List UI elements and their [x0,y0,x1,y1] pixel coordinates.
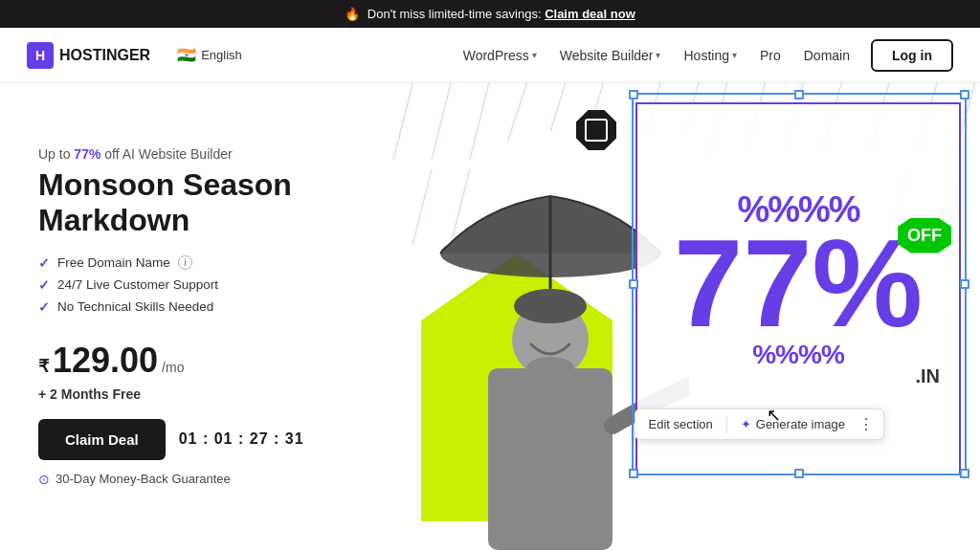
sparkle-icon: ✦ [741,417,751,431]
feature-2: ✓ 24/7 Live Customer Support [38,277,325,293]
nav-wordpress[interactable]: WordPress ▾ [454,42,546,69]
toolbar-more-button[interactable]: ⋮ [858,415,874,433]
check-icon: ✓ [38,299,50,315]
dot-in-label: .IN [915,365,940,387]
price-area: ₹ 129.00 /mo [38,341,325,381]
subtitle: Up to 77% off AI Website Builder [38,146,325,162]
nav-pro[interactable]: Pro [750,42,791,69]
navbar: H HOSTINGER 🇮🇳 English WordPress ▾ Websi… [0,28,980,83]
off-badge: OFF [898,218,951,253]
top-banner: 🔥 Don't miss limited-time savings: Claim… [0,0,980,28]
handle-right-mid[interactable] [960,279,969,289]
chevron-down-icon: ▾ [532,50,537,60]
handle-bottom-right[interactable] [960,469,969,478]
chevron-down-icon: ▾ [732,50,737,60]
handle-top-mid[interactable] [794,90,804,99]
guarantee: ⊙ 30-Day Money-Back Guarantee [38,472,325,487]
svg-point-24 [514,289,587,323]
handle-top-left[interactable] [629,90,638,99]
banner-link[interactable]: Claim deal now [545,7,635,21]
months-free: + 2 Months Free [38,386,325,402]
subtitle-prefix: Up to [38,146,74,162]
right-panel: %%%% 77% OFF %%%% .IN Edit section [364,83,980,550]
octagon-inner [585,119,608,142]
currency-symbol: ₹ [38,356,49,377]
percent-big-container: 77% OFF [674,228,923,340]
feature-1: ✓ Free Domain Name i [38,255,325,271]
claim-deal-button[interactable]: Claim Deal [38,419,166,460]
svg-line-3 [508,83,527,141]
action-row: Claim Deal 01 : 01 : 27 : 31 [38,419,325,460]
login-button[interactable]: Log in [871,39,953,72]
toolbar-divider [726,416,727,433]
subtitle-suffix: off AI Website Builder [100,146,232,162]
feature-1-text: Free Domain Name [57,255,170,270]
fire-icon: 🔥 [345,7,360,21]
language-selector[interactable]: 🇮🇳 English [169,42,250,68]
main-content: Up to 77% off AI Website Builder Monsoon… [0,83,980,550]
handle-top-right[interactable] [960,90,969,99]
nav-hosting[interactable]: Hosting ▾ [674,42,746,69]
feature-2-text: 24/7 Live Customer Support [57,277,218,292]
countdown-timer: 01 : 01 : 27 : 31 [179,430,304,448]
price-period: /mo [162,360,184,375]
left-panel: Up to 77% off AI Website Builder Monsoon… [0,83,364,550]
subtitle-percent: 77% [74,146,100,162]
generate-image-button[interactable]: ✦ Generate image [737,415,849,433]
features-list: ✓ Free Domain Name i ✓ 24/7 Live Custome… [38,255,325,321]
chevron-down-icon: ▾ [656,50,660,60]
nav-pro-label: Pro [760,48,781,63]
nav-website-builder[interactable]: Website Builder ▾ [550,42,671,69]
nav-hosting-label: Hosting [683,48,728,63]
svg-line-4 [551,83,566,131]
edit-toolbar: Edit section ✦ Generate image ⋮ [635,408,884,440]
nav-website-builder-label: Website Builder [560,48,654,63]
language-label: English [201,48,242,62]
svg-point-23 [526,357,574,380]
check-icon: ✓ [38,255,50,271]
shield-icon: ⊙ [38,472,50,487]
info-icon[interactable]: i [178,255,192,270]
svg-rect-21 [488,368,612,550]
nav-domain-label: Domain [804,48,850,63]
cursor-icon: ↖ [767,405,781,426]
feature-3: ✓ No Technical Skills Needed [38,299,325,315]
banner-text: Don't miss limited-time savings: [368,7,542,21]
edit-section-button[interactable]: Edit section [645,415,717,433]
page-title: Monsoon Season Markdown [38,167,325,238]
flag-icon: 🇮🇳 [177,46,196,64]
edit-section-label: Edit section [649,417,713,431]
discount-percent-big: 77% [674,213,923,353]
nav-domain[interactable]: Domain [794,42,859,69]
nav-links: WordPress ▾ Website Builder ▾ Hosting ▾ … [454,39,953,72]
logo-text: HOSTINGER [59,47,150,64]
feature-3-text: No Technical Skills Needed [57,299,213,314]
nav-wordpress-label: WordPress [463,48,529,63]
guarantee-text: 30-Day Money-Back Guarantee [56,472,231,486]
logo-icon: H [27,42,54,69]
logo[interactable]: H HOSTINGER [27,42,150,69]
price-amount: 129.00 [53,341,158,381]
check-icon: ✓ [38,277,50,293]
